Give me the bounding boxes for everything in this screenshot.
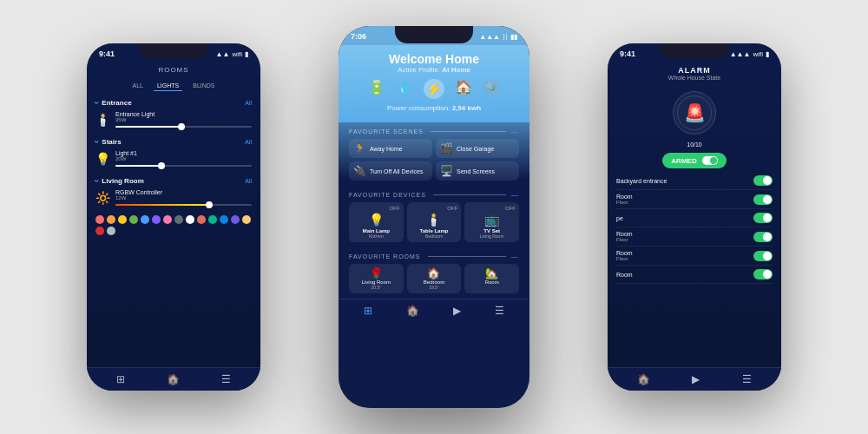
color-teal[interactable]	[208, 215, 217, 224]
light-item-stairs: 💡 Light #1 20W	[95, 150, 252, 167]
zone-room3-toggle[interactable]	[753, 232, 773, 242]
nav-play-right[interactable]: ▶	[692, 373, 700, 385]
battery-icon-center: ▮▮	[510, 33, 517, 41]
scene-send-screens[interactable]: 🖥️ Send Screens	[436, 161, 519, 181]
time-left: 9:41	[99, 49, 115, 58]
zone-room4-toggle[interactable]	[753, 251, 773, 261]
alarm-indicator: 🚨	[608, 84, 781, 141]
room-all-livingroom[interactable]: All	[245, 178, 252, 184]
zone-room1-toggle[interactable]	[753, 194, 773, 205]
color-blue[interactable]	[141, 215, 149, 224]
zone-room4-info: Room Floor	[616, 250, 633, 261]
scene-turn-off[interactable]: 🔌 Turn Off All Devices	[349, 161, 432, 181]
color-orange[interactable]	[107, 215, 115, 224]
room-living[interactable]: 🌹 Living Room 20,5°	[349, 264, 404, 293]
nav-home-center[interactable]: 🏠	[406, 305, 419, 317]
zone-room4-sub: Floor	[616, 256, 633, 261]
section-line-scenes	[431, 131, 506, 132]
power-consumption: Power consumption: 2,54 kwh	[347, 104, 521, 117]
section-title-scenes: FAVOURITE SCENES —	[349, 128, 519, 135]
slider-thumb-livingroom[interactable]	[206, 201, 213, 208]
siren-icon: 🚨	[684, 102, 706, 123]
color-green[interactable]	[129, 215, 138, 224]
nav-grid-icon[interactable]: ⊞	[116, 373, 125, 385]
scene-away-home[interactable]: 🏃 Away Home	[349, 139, 432, 158]
light-info-entrance: Entrance Light 35W	[115, 111, 252, 128]
color-gold[interactable]	[242, 215, 251, 224]
color-palette	[87, 212, 260, 239]
zone-room3-sub: Floor	[616, 237, 633, 242]
color-indigo[interactable]	[231, 215, 240, 224]
color-white[interactable]	[186, 215, 194, 224]
room-header-livingroom: Living Room All	[95, 176, 252, 186]
scene-name-turnoff: Turn Off All Devices	[370, 168, 423, 174]
rooms-expand[interactable]: —	[511, 253, 519, 260]
slider-livingroom[interactable]	[115, 204, 252, 206]
wifi-right: wifi	[753, 50, 763, 58]
color-yellow[interactable]	[118, 215, 127, 224]
scenes-expand[interactable]: —	[511, 128, 519, 135]
scene-icon-garage: 🎬	[440, 142, 453, 155]
slider-thumb-entrance[interactable]	[178, 123, 185, 130]
phone-right: 9:41 ▲▲▲ wifi ▮ ALARM Whole House State …	[608, 43, 781, 391]
nav-home-icon[interactable]: 🏠	[167, 373, 180, 385]
scene-close-garage[interactable]: 🎬 Close Garage	[436, 139, 519, 158]
tabs-row: ALL LIGHTS BLINDS	[87, 77, 260, 95]
nav-home-right[interactable]: 🏠	[637, 373, 650, 385]
nav-menu-right[interactable]: ☰	[742, 373, 752, 385]
color-silver[interactable]	[107, 227, 115, 235]
nav-menu-center[interactable]: ☰	[495, 305, 504, 317]
devices-expand[interactable]: —	[511, 191, 519, 199]
welcome-title: Welcome Home	[347, 52, 521, 66]
slider-entrance[interactable]	[115, 126, 252, 128]
nav-grid-center[interactable]: ⊞	[364, 305, 372, 317]
lightning-icon: ⚡	[424, 79, 444, 99]
scene-name-garage: Close Garage	[457, 146, 494, 152]
lamp-icon-stairs: 💡	[95, 152, 110, 166]
bottom-nav-right: 🏠 ▶ ☰	[608, 367, 781, 391]
device-table-lamp[interactable]: OFF 🕯️ Table Lamp Bedroom	[407, 202, 462, 242]
zone-room2-toggle[interactable]	[753, 213, 773, 223]
device-tv[interactable]: OFF 📺 TV Set Living Room	[464, 202, 519, 242]
color-navy[interactable]	[220, 215, 228, 224]
tab-lights[interactable]: LIGHTS	[154, 81, 182, 91]
light-info-stairs: Light #1 20W	[115, 150, 252, 167]
room-all-stairs[interactable]: All	[245, 139, 252, 145]
color-pink[interactable]	[163, 215, 172, 224]
status-icons-left: ▲▲ wifi ▮	[216, 50, 248, 58]
armed-button[interactable]: ARMED	[662, 153, 726, 168]
battery-right: ▮	[766, 50, 769, 58]
time-right: 9:41	[620, 49, 635, 58]
section-livingroom: Living Room All 🔆 RGBW Controller 12W	[87, 173, 260, 212]
tab-all[interactable]: ALL	[128, 81, 146, 91]
room-all-entrance[interactable]: All	[245, 100, 252, 106]
color-crimson[interactable]	[95, 227, 104, 235]
color-purple[interactable]	[152, 215, 161, 224]
room-name-livingroom: Living Room	[95, 176, 144, 186]
room-icon-extra: 🏡	[468, 267, 516, 279]
zone-room5-toggle[interactable]	[753, 269, 773, 279]
room-icon-bedroom: 🏠	[411, 267, 458, 279]
status-icons-center: ▲▲▲ ⟩⟩ ▮▮	[479, 33, 517, 41]
devices-grid: OFF 💡 Main Lamp Kitchen OFF 🕯️ Table Lam…	[349, 202, 519, 242]
zone-backyard-toggle[interactable]	[753, 175, 773, 186]
home-power-icon: 🏠	[455, 79, 472, 99]
room-icon-living: 🌹	[352, 267, 400, 279]
color-red[interactable]	[95, 215, 104, 224]
scene-icon-turnoff: 🔌	[353, 165, 366, 177]
light-name-livingroom: RGBW Controller	[115, 189, 252, 195]
device-main-lamp[interactable]: OFF 💡 Main Lamp Kitchen	[349, 202, 404, 242]
armed-toggle[interactable]	[702, 156, 718, 165]
room-header-stairs: Stairs All	[95, 137, 252, 147]
color-salmon[interactable]	[197, 215, 206, 224]
nav-play-center[interactable]: ▶	[453, 305, 461, 317]
slider-stairs[interactable]	[115, 165, 252, 167]
room-bedroom[interactable]: 🏠 Bedroom 19,5°	[407, 264, 462, 293]
tab-blinds[interactable]: BLINDS	[189, 81, 218, 91]
alarm-title: ALARM	[616, 66, 773, 75]
color-gray[interactable]	[174, 215, 183, 224]
nav-menu-icon[interactable]: ☰	[221, 373, 231, 385]
slider-thumb-stairs[interactable]	[158, 162, 165, 169]
whole-house-label: Whole House State	[616, 75, 773, 81]
room-extra[interactable]: 🏡 Room	[464, 264, 519, 293]
